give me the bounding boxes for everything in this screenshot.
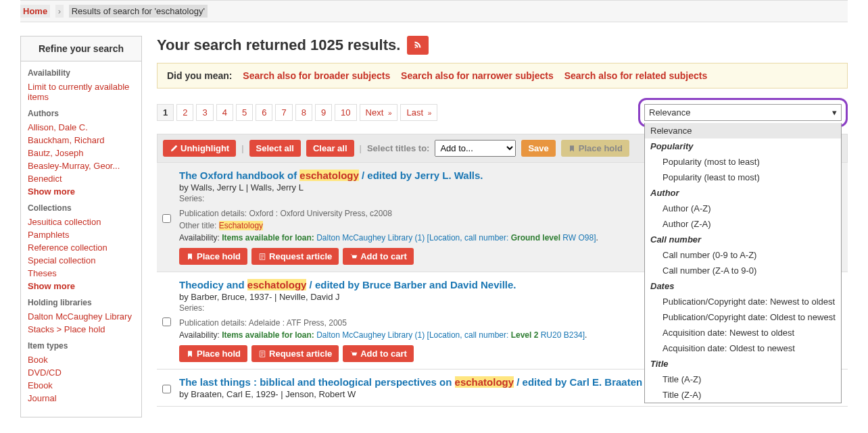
sort-select[interactable]: Relevance ▾ xyxy=(644,104,842,121)
result-checkbox[interactable] xyxy=(162,282,171,362)
page-link[interactable]: 3 xyxy=(196,104,213,121)
sort-option[interactable]: Author (A-Z) xyxy=(645,201,841,216)
pencil-icon xyxy=(170,145,178,153)
bookmark-icon xyxy=(568,145,576,153)
breadcrumb-current: Results of search for 'eschatology' xyxy=(69,5,208,18)
sort-option[interactable]: Relevance xyxy=(645,123,841,138)
page-link[interactable]: 6 xyxy=(256,104,272,121)
request-article-button[interactable]: Request article xyxy=(251,248,339,265)
breadcrumb-home[interactable]: Home xyxy=(20,5,50,18)
sort-option[interactable]: Author (Z-A) xyxy=(645,216,841,232)
breadcrumb: Home › Results of search for 'eschatolog… xyxy=(20,0,848,22)
next-page-link[interactable]: Next » xyxy=(360,104,398,121)
sort-group-label: Title xyxy=(645,356,841,372)
facet-item[interactable]: Journal xyxy=(28,393,57,403)
save-button[interactable]: Save xyxy=(521,140,555,157)
sort-option[interactable]: Publication/Copyright date: Newest to ol… xyxy=(645,294,841,309)
page-link[interactable]: 10 xyxy=(335,104,356,121)
chevron-down-icon: ▾ xyxy=(832,107,837,118)
facet-title: Collections xyxy=(28,203,135,213)
place-hold-button-disabled: Place hold xyxy=(561,140,629,157)
rss-button[interactable] xyxy=(407,36,429,55)
clear-all-button[interactable]: Clear all xyxy=(306,140,354,157)
facet-item[interactable]: Allison, Dale C. xyxy=(28,122,88,132)
sort-option[interactable]: Acquisition date: Newest to oldest xyxy=(645,325,841,340)
sort-group-label: Popularity xyxy=(645,138,841,154)
sort-option[interactable]: Publication/Copyright date: Oldest to ne… xyxy=(645,309,841,325)
facet-item[interactable]: Bauckham, Richard xyxy=(28,135,104,145)
dym-related[interactable]: Search also for related subjects xyxy=(564,70,708,81)
facet-title: Authors xyxy=(28,109,135,118)
request-article-button[interactable]: Request article xyxy=(251,345,339,362)
sort-group-label: Author xyxy=(645,185,841,201)
select-titles-label: Select titles to: xyxy=(367,143,429,153)
sort-option[interactable]: Popularity (most to least) xyxy=(645,154,841,170)
facet-item[interactable]: Jesuitica collection xyxy=(28,217,101,227)
dym-narrower[interactable]: Search also for narrower subjects xyxy=(401,70,554,81)
facet-item[interactable]: Theses xyxy=(28,268,57,278)
unhighlight-button[interactable]: Unhighlight xyxy=(163,140,236,157)
add-to-select[interactable]: Add to... xyxy=(435,140,516,157)
did-you-mean: Did you mean: Search also for broader su… xyxy=(157,63,848,88)
rss-icon xyxy=(414,41,422,49)
sort-selected-value: Relevance xyxy=(649,107,690,118)
facet-title: Holding libraries xyxy=(28,298,135,307)
sidebar-header: Refine your search xyxy=(21,36,141,61)
page-link[interactable]: 8 xyxy=(295,104,312,121)
last-page-link[interactable]: Last » xyxy=(400,104,437,121)
sort-option[interactable]: Popularity (least to most) xyxy=(645,170,841,185)
facet-title: Item types xyxy=(28,341,135,351)
facet-item[interactable]: Beasley-Murray, Geor... xyxy=(28,161,120,171)
sort-dropdown-wrap: Relevance ▾ RelevancePopularityPopularit… xyxy=(638,98,848,127)
facet-item[interactable]: Ebook xyxy=(28,380,53,390)
sort-option[interactable]: Acquisition date: Oldest to newest xyxy=(645,340,841,356)
pagination: 12345678910Next »Last » xyxy=(157,104,437,121)
place-hold-button[interactable]: Place hold xyxy=(179,248,247,265)
sort-option[interactable]: Call number (0-9 to A-Z) xyxy=(645,247,841,263)
facet-item[interactable]: Special collection xyxy=(28,255,95,265)
page-link[interactable]: 1 xyxy=(157,104,174,121)
facet-item[interactable]: DVD/CD xyxy=(28,367,62,378)
page-link[interactable]: 5 xyxy=(236,104,253,121)
select-all-button[interactable]: Select all xyxy=(249,140,301,157)
show-more-link[interactable]: Show more xyxy=(28,186,75,197)
page-link[interactable]: 9 xyxy=(315,104,332,121)
dym-label: Did you mean: xyxy=(167,70,232,81)
facet-item[interactable]: Bautz, Joseph xyxy=(28,148,83,158)
dym-broader[interactable]: Search also for broader subjects xyxy=(243,70,390,81)
facet-item[interactable]: Reference collection xyxy=(28,243,107,253)
add-to-cart-button[interactable]: Add to cart xyxy=(343,345,414,362)
facet-item[interactable]: Pamphlets xyxy=(28,230,69,240)
result-checkbox[interactable] xyxy=(162,172,171,265)
sort-group-label: Call number xyxy=(645,232,841,247)
breadcrumb-separator: › xyxy=(55,5,64,18)
sort-option[interactable]: Title (Z-A) xyxy=(645,387,841,403)
place-hold-button[interactable]: Place hold xyxy=(179,345,247,362)
sort-option[interactable]: Title (A-Z) xyxy=(645,372,841,387)
result-checkbox[interactable] xyxy=(162,379,171,399)
show-more-link[interactable]: Show more xyxy=(28,281,75,291)
facet-item[interactable]: Limit to currently available items xyxy=(28,82,129,102)
results-content: Your search returned 1025 results. Did y… xyxy=(157,36,848,417)
add-to-cart-button[interactable]: Add to cart xyxy=(343,248,414,265)
sort-group-label: Dates xyxy=(645,278,841,294)
sort-option[interactable]: Call number (Z-A to 9-0) xyxy=(645,263,841,278)
facet-item[interactable]: Benedict xyxy=(28,174,62,184)
page-link[interactable]: 7 xyxy=(275,104,292,121)
results-heading: Your search returned 1025 results. xyxy=(157,36,400,54)
facet-title: Availability xyxy=(28,68,135,78)
page-link[interactable]: 2 xyxy=(176,104,193,121)
page-link[interactable]: 4 xyxy=(216,104,233,121)
facet-item[interactable]: Dalton McCaughey Library xyxy=(28,311,132,322)
facet-item[interactable]: Book xyxy=(28,355,48,365)
sort-dropdown-list[interactable]: RelevancePopularityPopularity (most to l… xyxy=(644,123,842,403)
refine-sidebar: Refine your search AvailabilityLimit to … xyxy=(20,36,142,417)
facet-item[interactable]: Stacks > Place hold xyxy=(28,324,105,334)
